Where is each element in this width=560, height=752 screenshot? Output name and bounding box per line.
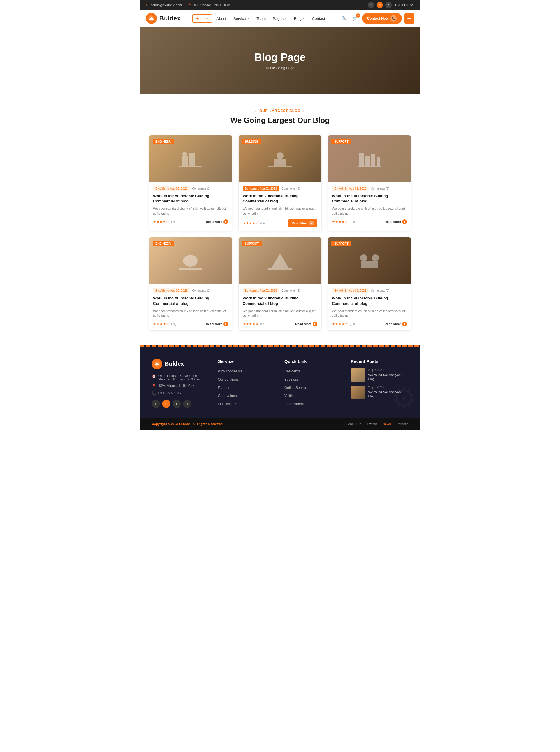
- footer-instagram-icon[interactable]: i: [183, 400, 191, 408]
- footer-link[interactable]: Employment: [284, 402, 304, 406]
- footer-link[interactable]: Our projects: [218, 402, 237, 406]
- read-more-button[interactable]: Read More ▶: [206, 322, 228, 326]
- footer-pinterest-icon[interactable]: p: [162, 400, 170, 408]
- recent-post-title: We round Solution york Blog: [368, 373, 408, 381]
- read-more-button[interactable]: Read More ▶: [206, 219, 228, 224]
- cart-button[interactable]: 🛒 0: [351, 14, 360, 23]
- hamburger-button[interactable]: ☰: [404, 14, 414, 24]
- footer-bottom-about[interactable]: About Us: [348, 422, 361, 426]
- footer-service-col: Service Why choose us Our solutions Part…: [218, 359, 276, 409]
- social-twitter-icon[interactable]: t: [385, 2, 392, 8]
- svg-rect-14: [358, 166, 381, 167]
- nav-service[interactable]: Service ▼: [231, 15, 252, 22]
- logo-icon: [146, 13, 157, 24]
- header-actions: 🔍 🛒 0 Contact Now 📞 ☰: [340, 13, 414, 24]
- recent-post-thumbnail: [351, 369, 365, 381]
- footer-hours: ⏰ Open Hours of Government: Mon - Fri: 8…: [152, 374, 209, 381]
- svg-rect-5: [179, 166, 202, 167]
- logo[interactable]: Buldex: [146, 13, 181, 24]
- svg-point-20: [372, 254, 379, 261]
- breadcrumb-home[interactable]: Home: [266, 66, 275, 70]
- nav-contact[interactable]: Contact: [309, 15, 328, 22]
- rating-count: (04): [171, 220, 176, 223]
- footer-link[interactable]: Why choose us: [218, 369, 242, 373]
- footer-link[interactable]: Residents: [284, 369, 300, 373]
- card-meta: By: Admin, Agu 02, 2023 Comments (2): [243, 186, 318, 191]
- svg-rect-12: [371, 154, 375, 166]
- card-footer: ★★★★☆ (04) Read More ▶: [153, 219, 228, 224]
- card-title: Work in the Vulnerable Bulding Commercia…: [332, 193, 407, 204]
- search-button[interactable]: 🔍: [340, 14, 348, 23]
- meta-comments: Comments (2): [192, 289, 211, 292]
- section-title: We Going Largest Our Blog: [149, 116, 411, 125]
- svg-rect-3: [182, 156, 187, 166]
- read-more-button[interactable]: Read More ▶: [295, 322, 317, 326]
- hero-content: Blog Page Home / Blog Page: [254, 51, 306, 70]
- read-more-button[interactable]: Read More ▶: [385, 219, 407, 224]
- card-meta: By: Admin, Agu 02, 2023 Comments (2): [332, 288, 407, 293]
- svg-point-15: [183, 255, 198, 266]
- location-icon: 📍: [188, 3, 192, 7]
- star-rating: ★★★★☆ (04): [153, 220, 176, 224]
- breadcrumb: Home / Blog Page: [254, 66, 306, 70]
- footer-facebook-icon[interactable]: f: [152, 400, 160, 408]
- footer-bottom-portfolio[interactable]: Portfolio: [397, 422, 408, 426]
- footer-social: f p t i: [152, 400, 209, 408]
- gear-decoration-icon: ⚙: [391, 381, 417, 415]
- footer-bottom-links: About Us Events News Portfolio: [348, 422, 408, 426]
- social-facebook-icon[interactable]: f: [368, 2, 374, 8]
- footer-link[interactable]: Our solutions: [218, 377, 239, 381]
- star-rating: ★★★★☆ (04): [332, 220, 355, 224]
- card-footer: ★★★★☆ (04) Read More ▶: [332, 219, 407, 224]
- footer: Buldex ⏰ Open Hours of Government: Mon -…: [140, 345, 420, 430]
- footer-bottom-events[interactable]: Events: [367, 422, 377, 426]
- card-body: By: Admin, Agu 02, 2023 Comments (2) Wor…: [149, 182, 232, 228]
- svg-rect-11: [365, 156, 369, 166]
- chevron-down-icon: ▼: [206, 17, 209, 20]
- read-more-button[interactable]: Read More ▶: [288, 219, 317, 227]
- rating-count: (04): [350, 220, 355, 223]
- nav-about[interactable]: About: [214, 15, 229, 22]
- star-rating: ★★★★☆ (04): [332, 322, 355, 326]
- star-rating: ★★★★☆ (04): [243, 221, 266, 225]
- footer-link[interactable]: Core values: [218, 394, 237, 398]
- email-icon: ✉: [146, 3, 148, 7]
- list-item: Partners: [218, 385, 276, 390]
- footer-link[interactable]: Online Service: [284, 385, 307, 390]
- blog-card: SUPPORT By: Admin, Agu 02, 2023 Comments…: [327, 237, 411, 331]
- svg-rect-13: [377, 157, 380, 166]
- footer-link[interactable]: Partners: [218, 385, 231, 390]
- blog-card: ENGINEER By: Admin, Agu 02, 2023 Comment…: [149, 237, 233, 331]
- card-text: We poor standard chunk ofi nibh velit au…: [332, 206, 407, 216]
- nav-team[interactable]: Team: [254, 15, 268, 22]
- social-pinterest-icon[interactable]: p: [377, 2, 383, 8]
- arrow-right-icon: ▶: [402, 219, 407, 224]
- footer-logo[interactable]: Buldex: [152, 359, 209, 369]
- footer-recent-title: Recent Posts: [351, 359, 408, 364]
- card-title: Work in the Vulnerable Bulding Commercia…: [243, 296, 318, 306]
- list-item: Visiting: [284, 393, 342, 398]
- star-rating: ★★★★☆ (04): [153, 322, 176, 326]
- footer-brand-col: Buldex ⏰ Open Hours of Government: Mon -…: [152, 359, 209, 409]
- read-more-button[interactable]: Read More ▶: [385, 322, 407, 326]
- meta-author: By: Admin, Agu 02, 2023: [153, 186, 190, 191]
- top-bar-left: ✉ porom@example.com 📍 8902 london, 89500…: [146, 3, 232, 7]
- breadcrumb-current: Blog Page: [278, 66, 294, 70]
- list-item: Residents: [284, 369, 342, 374]
- footer-link[interactable]: Business: [284, 377, 299, 381]
- footer-twitter-icon[interactable]: t: [173, 400, 181, 408]
- footer-bottom-news[interactable]: News: [383, 422, 391, 426]
- contact-now-button[interactable]: Contact Now 📞: [362, 13, 402, 24]
- nav-home[interactable]: Home ▼: [192, 14, 212, 23]
- cart-badge: 0: [356, 14, 360, 18]
- nav-blog[interactable]: Blog ▼: [291, 15, 308, 22]
- hard-hat-icon: [148, 15, 155, 22]
- footer-logo-icon: [152, 359, 162, 369]
- meta-comments: Comments (2): [281, 187, 300, 190]
- card-title: Work in the Vulnerable Bulding Commercia…: [332, 296, 407, 306]
- card-badge: SUPPORT: [242, 241, 262, 246]
- card-badge: ENGINEER: [153, 241, 174, 246]
- language-select[interactable]: ENGLISH: [394, 3, 414, 7]
- nav-pages[interactable]: Pages ▼: [270, 15, 290, 22]
- footer-link[interactable]: Visiting: [284, 394, 296, 398]
